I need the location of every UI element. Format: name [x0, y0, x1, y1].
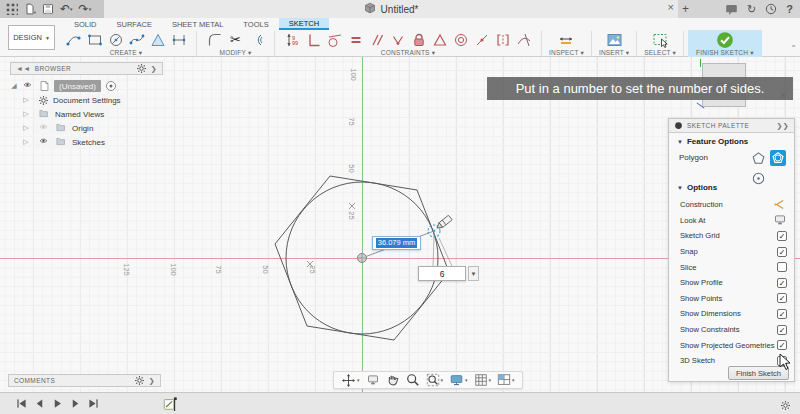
grid-display-button[interactable]: ▾ — [472, 373, 494, 387]
palette-option-show-points[interactable]: Show Points✓ — [669, 291, 796, 307]
zoom-window-icon[interactable] — [426, 373, 440, 387]
group-label-modify[interactable]: MODIFY ▾ — [220, 49, 252, 57]
sketch-canvas[interactable]: 125100755025100755025 — [0, 57, 800, 392]
skip-start-icon[interactable] — [16, 398, 27, 409]
group-label-select[interactable]: SELECT ▾ — [644, 49, 676, 57]
dimension-input[interactable]: 36.079 mm — [372, 236, 421, 250]
symmetry-icon[interactable] — [492, 31, 513, 49]
document-root-label[interactable]: (Unsaved) — [54, 80, 101, 92]
chevron-down-icon[interactable]: ▾ — [465, 377, 468, 383]
help-icon[interactable]: ? — [786, 3, 793, 15]
edge-polygon-icon[interactable] — [750, 170, 766, 186]
timeline-settings[interactable] — [780, 397, 791, 414]
chevron-down-icon[interactable]: ▾ — [357, 377, 360, 383]
pan-icon[interactable] — [386, 373, 400, 387]
spline-icon[interactable] — [126, 31, 147, 49]
curvature-icon[interactable] — [513, 31, 534, 49]
checkbox-show-projected-geometries[interactable]: ✓ — [777, 340, 787, 350]
ribbon-tab-tools[interactable]: TOOLS — [233, 18, 278, 30]
offset-icon[interactable] — [246, 31, 267, 49]
construction-icon[interactable] — [772, 198, 787, 211]
finish-sketch-button[interactable]: Finish Sketch — [728, 366, 789, 380]
select-cursor-icon[interactable] — [650, 31, 671, 49]
gear-icon[interactable] — [780, 400, 791, 411]
grid-display-icon[interactable] — [474, 373, 488, 387]
viewports-button[interactable]: ▾ — [495, 373, 517, 387]
zoom-icon[interactable] — [406, 373, 420, 387]
group-label-inspect[interactable]: INSPECT ▾ — [549, 49, 584, 57]
expander-icon[interactable]: ▷ — [22, 96, 30, 104]
palette-option-show-dimensions[interactable]: Show Dimensions✓ — [669, 306, 796, 322]
gear-icon[interactable] — [134, 375, 145, 387]
finish-sketch-icon[interactable] — [714, 31, 735, 49]
palette-option-construction[interactable]: Construction — [669, 197, 796, 213]
viewports-icon[interactable] — [497, 373, 511, 387]
folder-icon[interactable] — [55, 123, 68, 134]
browser-item-sketches[interactable]: ▷Sketches — [10, 135, 163, 149]
new-tab-button[interactable]: + — [682, 0, 689, 18]
step-back-icon[interactable] — [34, 398, 45, 409]
measure-icon[interactable] — [556, 31, 577, 49]
rectangle-icon[interactable] — [84, 31, 105, 49]
checkbox-show-dimensions[interactable]: ✓ — [777, 309, 787, 319]
step-forward-icon[interactable] — [70, 398, 81, 409]
midpoint-icon[interactable] — [387, 31, 408, 49]
section-collapse-icon[interactable]: ▼ — [677, 185, 683, 191]
options-section[interactable]: ▼ Options — [677, 183, 717, 192]
circle-icon[interactable] — [105, 31, 126, 49]
coincident-icon[interactable] — [471, 31, 492, 49]
insert-image-icon[interactable] — [604, 31, 625, 49]
browser-item-document-settings[interactable]: ▷Document Settings — [10, 93, 163, 107]
gear-icon[interactable] — [136, 63, 147, 75]
folder-icon[interactable] — [55, 137, 68, 148]
browser-root-row[interactable]: ◢ (Unsaved) — [10, 79, 163, 93]
target-icon[interactable] — [105, 80, 117, 92]
app-grid-icon[interactable] — [6, 3, 18, 15]
sides-dropdown-button[interactable]: ▼ — [468, 266, 479, 281]
group-label-insert[interactable]: INSERT ▾ — [599, 49, 629, 57]
look-at-icon[interactable] — [366, 374, 380, 386]
ribbon-tab-solid[interactable]: SOLID — [64, 18, 107, 30]
browser-item-named-views[interactable]: ▷Named Views — [10, 107, 163, 121]
zoom-button[interactable] — [404, 373, 422, 387]
palette-option-slice[interactable]: Slice — [669, 259, 796, 275]
sketch-feature-icon[interactable] — [163, 396, 177, 412]
save-icon[interactable] — [42, 3, 54, 15]
pan-button[interactable] — [384, 373, 402, 387]
expander-icon[interactable]: ▷ — [22, 110, 30, 118]
display-settings-icon[interactable] — [449, 374, 464, 387]
palette-option-sketch-grid[interactable]: Sketch Grid✓ — [669, 228, 796, 244]
checkbox-show-constraints[interactable]: ✓ — [777, 325, 787, 335]
sketch-dimension-icon[interactable]: 999 — [282, 31, 303, 49]
chevron-down-icon[interactable]: ▾ — [512, 377, 515, 383]
skip-end-icon[interactable] — [88, 398, 99, 409]
file-menu-icon[interactable]: ▾ — [24, 3, 36, 15]
orbit-icon[interactable] — [341, 373, 356, 388]
palette-option-show-projected-geometries[interactable]: Show Projected Geometries✓ — [669, 337, 796, 353]
ribbon-tab-sketch[interactable]: SKETCH — [279, 18, 329, 30]
design-workspace-menu[interactable]: DESIGN ▼ — [8, 25, 55, 50]
group-label-finish-sketch[interactable]: FINISH SKETCH ▾ — [696, 49, 754, 57]
ribbon-tab-sheet-metal[interactable]: SHEET METAL — [162, 18, 233, 30]
orbit-button[interactable]: ▾ — [339, 373, 362, 388]
comment-bubble-icon[interactable] — [725, 3, 738, 16]
play-icon[interactable] — [52, 398, 63, 409]
expander-icon[interactable]: ▷ — [22, 138, 30, 146]
fix-lock-icon[interactable] — [408, 31, 429, 49]
section-collapse-icon[interactable]: ▼ — [677, 139, 683, 145]
redo-icon[interactable]: ↷▾ — [79, 3, 92, 15]
checkbox-3d-sketch[interactable] — [777, 356, 787, 366]
expander-icon[interactable]: ◢ — [10, 82, 18, 90]
palette-option-show-constraints[interactable]: Show Constraints✓ — [669, 322, 796, 338]
look-at-icon[interactable] — [773, 214, 787, 226]
browser-panel-header[interactable]: ◄◄ BROWSER ❯ — [10, 62, 163, 75]
palette-option-snap[interactable]: Snap✓ — [669, 244, 796, 260]
eye-icon[interactable] — [22, 81, 35, 92]
sides-input[interactable]: 6 — [418, 266, 466, 281]
palette-option-show-profile[interactable]: Show Profile✓ — [669, 275, 796, 291]
zoom-window-button[interactable]: ▾ — [424, 373, 446, 387]
collapse-left-icon[interactable]: ◄◄ — [16, 65, 31, 72]
group-label-create[interactable]: CREATE ▾ — [110, 49, 143, 57]
expand-right-icon[interactable]: ❯❯ — [776, 122, 789, 130]
fillet-icon[interactable] — [204, 31, 225, 49]
